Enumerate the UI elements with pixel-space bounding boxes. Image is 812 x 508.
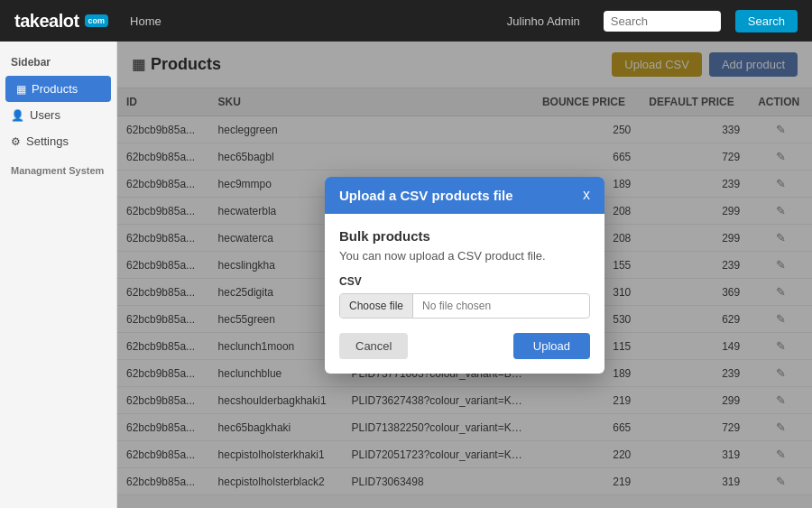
nav-user-label: Julinho Admin (507, 14, 580, 28)
cancel-button[interactable]: Cancel (339, 333, 408, 359)
modal-body: Bulk products You can now upload a CSV p… (325, 214, 604, 374)
sidebar-item-products[interactable]: ▦ Products (5, 76, 111, 102)
sidebar-item-settings[interactable]: ⚙ Settings (0, 128, 116, 154)
logo: takealot com (14, 11, 108, 32)
logo-badge: com (85, 14, 109, 27)
modal-close-button[interactable]: x (583, 188, 590, 202)
modal-description: You can now upload a CSV product file. (339, 249, 590, 263)
sidebar-section-label: Managment System (0, 154, 116, 180)
nav-home-link[interactable]: Home (130, 14, 161, 28)
file-input-row: Choose file No file chosen (339, 293, 590, 319)
modal-title: Upload a CSV products file (339, 188, 513, 203)
main-content: ▦ Products Upload CSV Add product ID SKU… (117, 42, 812, 508)
sidebar-item-users[interactable]: 👤 Users (0, 102, 116, 128)
logo-text: takealot (14, 11, 79, 32)
upload-button[interactable]: Upload (513, 333, 590, 359)
upload-csv-modal: Upload a CSV products file x Bulk produc… (325, 177, 604, 374)
sidebar-item-users-label: Users (30, 108, 60, 122)
choose-file-button[interactable]: Choose file (340, 294, 413, 318)
modal-footer: Cancel Upload (339, 333, 590, 359)
csv-label: CSV (339, 275, 590, 288)
users-icon: 👤 (11, 109, 24, 122)
modal-overlay: Upload a CSV products file x Bulk produc… (117, 42, 812, 508)
sidebar-title: Sidebar (0, 52, 116, 76)
modal-section-title: Bulk products (339, 228, 590, 244)
modal-header: Upload a CSV products file x (325, 177, 604, 214)
settings-icon: ⚙ (11, 135, 21, 148)
search-input[interactable] (604, 11, 721, 32)
sidebar: Sidebar ▦ Products 👤 Users ⚙ Settings Ma… (0, 42, 117, 508)
sidebar-item-products-label: Products (32, 82, 78, 96)
layout: Sidebar ▦ Products 👤 Users ⚙ Settings Ma… (0, 42, 812, 508)
grid-icon: ▦ (16, 83, 26, 96)
search-button[interactable]: Search (735, 10, 798, 32)
navbar: takealot com Home Julinho Admin Search (0, 0, 812, 42)
file-name-label: No file chosen (413, 294, 589, 318)
sidebar-item-settings-label: Settings (26, 134, 69, 148)
